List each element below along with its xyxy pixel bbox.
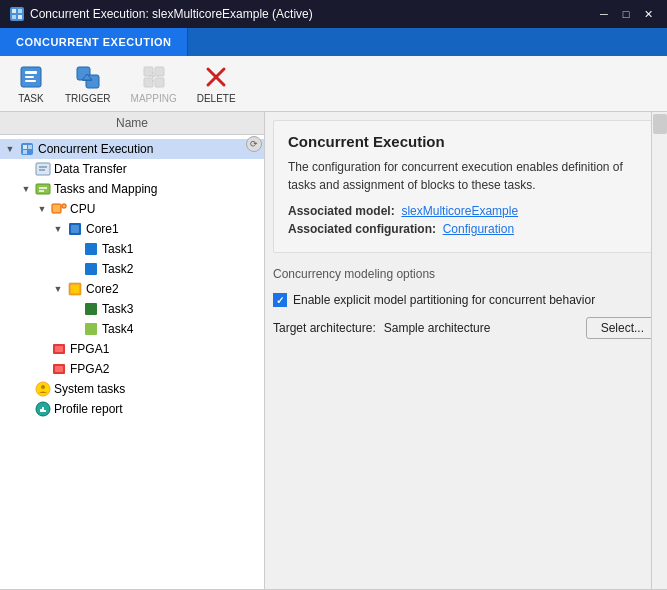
svg-rect-21: [23, 145, 27, 149]
svg-rect-27: [36, 184, 50, 194]
check-mark: ✓: [276, 295, 284, 306]
delete-button[interactable]: DELETE: [188, 58, 245, 109]
systemtasks-icon: [35, 381, 51, 397]
mapping-button[interactable]: MAPPING: [122, 58, 186, 109]
tasksandmapping-icon: [35, 181, 51, 197]
tree-item-core1[interactable]: ▼ Core1: [0, 219, 264, 239]
svg-rect-37: [71, 285, 79, 293]
associated-model-label: Associated model:: [288, 204, 395, 218]
trigger-icon: [74, 63, 102, 91]
trigger-label: TRIGGER: [65, 93, 111, 104]
task4-label: Task4: [102, 322, 133, 336]
window-title: Concurrent Execution: slexMulticoreExamp…: [30, 7, 313, 21]
minimize-button[interactable]: ─: [595, 6, 613, 22]
left-panel: Name ⟳ ▼ Concurrent Execution ▶: [0, 112, 265, 589]
tree-item-datatransfer[interactable]: ▶ Data Transfer: [0, 159, 264, 179]
expand-fpga2: ▶: [36, 363, 48, 375]
tasksandmapping-label: Tasks and Mapping: [54, 182, 157, 196]
mapping-icon: [140, 63, 168, 91]
expand-cpu[interactable]: ▼: [36, 203, 48, 215]
tab-bar: CONCURRENT EXECUTION: [0, 28, 667, 56]
core1-icon: [67, 221, 83, 237]
close-button[interactable]: ✕: [639, 6, 657, 22]
tree-item-task2[interactable]: ▶ Task2: [0, 259, 264, 279]
task1-label: Task1: [102, 242, 133, 256]
mapping-label: MAPPING: [131, 93, 177, 104]
expand-task2: ▶: [68, 263, 80, 275]
task2-icon: [83, 261, 99, 277]
tree-item-concurrent[interactable]: ▼ Concurrent Execution: [0, 139, 264, 159]
tree-item-task3[interactable]: ▶ Task3: [0, 299, 264, 319]
tree-item-tasksandmapping[interactable]: ▼ Tasks and Mapping: [0, 179, 264, 199]
tree-item-task1[interactable]: ▶ Task1: [0, 239, 264, 259]
svg-rect-12: [144, 67, 153, 76]
checkbox-label: Enable explicit model partitioning for c…: [293, 293, 595, 307]
profilereport-icon: [35, 401, 51, 417]
task-button[interactable]: TASK: [8, 58, 54, 109]
expand-core1[interactable]: ▼: [52, 223, 64, 235]
svg-rect-6: [25, 76, 34, 78]
svg-rect-22: [28, 145, 32, 149]
profilereport-label: Profile report: [54, 402, 123, 416]
select-button[interactable]: Select...: [586, 317, 659, 339]
expand-concurrent[interactable]: ▼: [4, 143, 16, 155]
tree-item-cpu[interactable]: ▼ CPU: [0, 199, 264, 219]
core2-icon: [67, 281, 83, 297]
svg-rect-13: [155, 67, 164, 76]
task4-icon: [83, 321, 99, 337]
expand-core2[interactable]: ▼: [52, 283, 64, 295]
svg-rect-15: [155, 78, 164, 87]
delete-icon: [202, 63, 230, 91]
trigger-button[interactable]: TRIGGER: [56, 58, 120, 109]
expand-tasksandmapping[interactable]: ▼: [20, 183, 32, 195]
task-icon: [17, 63, 45, 91]
cpu-label: CPU: [70, 202, 95, 216]
app-icon: [10, 7, 24, 21]
tree-item-core2[interactable]: ▼ Core2: [0, 279, 264, 299]
tree-item-profilereport[interactable]: ▶ Profile report: [0, 399, 264, 419]
cpu-icon: [51, 201, 67, 217]
associated-model-row: Associated model: slexMulticoreExample: [288, 204, 644, 218]
architecture-label: Target architecture:: [273, 321, 376, 335]
svg-rect-43: [55, 366, 63, 372]
scroll-indicator[interactable]: ⟳: [246, 136, 262, 152]
options-title: Concurrency modeling options: [273, 267, 659, 285]
window-controls: ─ □ ✕: [595, 6, 657, 22]
svg-rect-1: [18, 9, 22, 13]
expand-task1: ▶: [68, 243, 80, 255]
svg-rect-38: [85, 303, 97, 315]
svg-rect-5: [25, 71, 37, 74]
datatransfer-label: Data Transfer: [54, 162, 127, 176]
checkbox-row: ✓ Enable explicit model partitioning for…: [273, 293, 659, 307]
svg-point-45: [41, 385, 45, 389]
tree-item-task4[interactable]: ▶ Task4: [0, 319, 264, 339]
tree-item-fpga1[interactable]: ▶ FPGA1: [0, 339, 264, 359]
tree-item-systemtasks[interactable]: ▶ System tasks: [0, 379, 264, 399]
associated-model-link[interactable]: slexMulticoreExample: [401, 204, 518, 218]
task1-icon: [83, 241, 99, 257]
maximize-button[interactable]: □: [617, 6, 635, 22]
right-scrollbar[interactable]: [651, 112, 667, 589]
associated-config-link[interactable]: Configuration: [443, 222, 514, 236]
fpga2-icon: [51, 361, 67, 377]
fpga1-icon: [51, 341, 67, 357]
svg-rect-14: [144, 78, 153, 87]
concurrent-icon: [19, 141, 35, 157]
options-section: Concurrency modeling options ✓ Enable ex…: [265, 259, 667, 347]
systemtasks-label: System tasks: [54, 382, 125, 396]
fpga1-label: FPGA1: [70, 342, 109, 356]
delete-label: DELETE: [197, 93, 236, 104]
svg-rect-2: [12, 15, 16, 19]
enable-partitioning-checkbox[interactable]: ✓: [273, 293, 287, 307]
concurrent-label: Concurrent Execution: [38, 142, 153, 156]
task2-label: Task2: [102, 262, 133, 276]
svg-rect-41: [55, 346, 63, 352]
title-bar: Concurrent Execution: slexMulticoreExamp…: [0, 0, 667, 28]
info-title: Concurrent Execution: [288, 133, 644, 150]
tree-item-fpga2[interactable]: ▶ FPGA2: [0, 359, 264, 379]
expand-profilereport: ▶: [20, 403, 32, 415]
svg-rect-34: [85, 243, 97, 255]
core1-label: Core1: [86, 222, 119, 236]
tab-concurrent-execution[interactable]: CONCURRENT EXECUTION: [0, 28, 188, 56]
expand-systemtasks: ▶: [20, 383, 32, 395]
